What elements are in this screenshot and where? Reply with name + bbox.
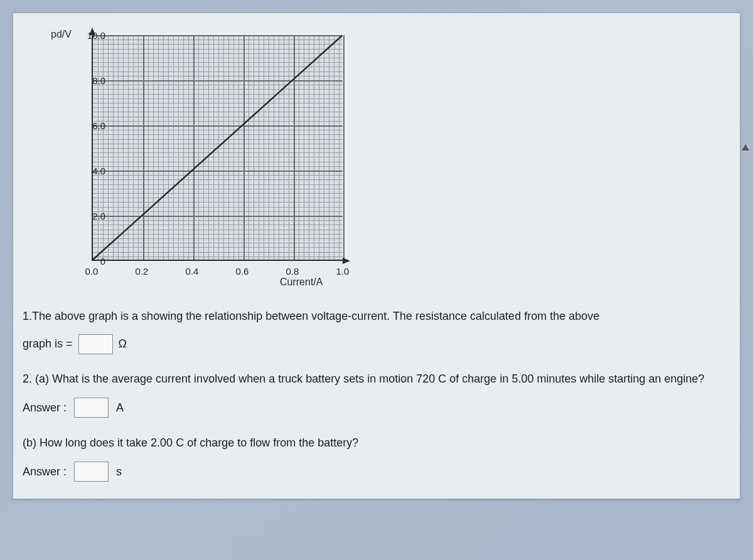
minor-grid [269, 35, 269, 260]
xtick-label: 0.6 [236, 266, 249, 277]
minor-grid [93, 198, 343, 198]
minor-grid [238, 35, 239, 260]
minor-grid [93, 152, 343, 153]
minor-grid [128, 35, 129, 260]
chart-plot-area [92, 35, 343, 261]
minor-grid [158, 35, 159, 260]
scroll-up-icon[interactable] [742, 144, 749, 151]
vi-chart: pd/V [48, 29, 361, 292]
major-grid [93, 35, 343, 36]
minor-grid [103, 35, 104, 260]
minor-grid [93, 189, 343, 189]
minor-grid [93, 175, 343, 176]
resistance-input[interactable] [78, 334, 113, 354]
question-1: 1.The above graph is a showing the relat… [23, 305, 730, 355]
minor-grid [324, 35, 324, 260]
minor-grid [168, 35, 169, 260]
major-grid [243, 35, 245, 260]
major-grid [143, 35, 144, 260]
minor-grid [188, 35, 189, 260]
minor-grid [113, 35, 114, 260]
minor-grid [218, 35, 219, 260]
minor-grid [93, 162, 343, 162]
minor-grid [93, 202, 343, 203]
major-grid [193, 35, 195, 260]
minor-grid [93, 112, 343, 112]
minor-grid [93, 184, 343, 185]
minor-grid [93, 220, 343, 221]
x-axis-arrow-icon [343, 258, 350, 264]
minor-grid [203, 35, 204, 260]
minor-grid [339, 35, 339, 260]
minor-grid [309, 35, 309, 260]
minor-grid [123, 35, 124, 260]
minor-grid [248, 35, 249, 260]
worksheet-container: pd/V [13, 13, 740, 499]
minor-grid [284, 35, 284, 260]
minor-grid [274, 35, 274, 260]
ytick-label: 0 [100, 256, 105, 267]
minor-grid [93, 53, 343, 54]
current-input[interactable] [74, 398, 109, 418]
question-1-text-a: 1.The above graph is a showing the relat… [23, 305, 730, 327]
data-line [93, 35, 343, 260]
question-2a-text: 2. (a) What is the average current invol… [23, 367, 730, 390]
minor-grid [93, 207, 343, 208]
minor-grid [108, 35, 109, 260]
major-grid [93, 216, 343, 217]
minor-grid [93, 193, 343, 194]
ytick-label: 4.0 [92, 166, 105, 176]
minor-grid [93, 256, 343, 257]
minor-grid [163, 35, 164, 260]
minor-grid [93, 107, 343, 108]
minor-grid [93, 71, 343, 72]
minor-grid [93, 62, 343, 63]
minor-grid [304, 35, 304, 260]
ytick-label: 10.0 [87, 30, 105, 41]
major-grid [294, 35, 295, 260]
ytick-label: 8.0 [92, 75, 105, 86]
minor-grid [93, 94, 343, 95]
ytick-label: 6.0 [92, 120, 105, 131]
xtick-label: 0.2 [136, 266, 149, 277]
minor-grid [259, 35, 259, 260]
minor-grid [93, 117, 343, 117]
question-2a: 2. (a) What is the average current invol… [23, 367, 730, 419]
minor-grid [93, 157, 343, 157]
major-grid [93, 80, 343, 82]
answer-label-2a: Answer : [23, 396, 67, 419]
minor-grid [93, 134, 343, 135]
x-axis-label: Current/A [280, 277, 355, 291]
minor-grid [233, 35, 234, 260]
minor-grid [178, 35, 179, 260]
minor-grid [264, 35, 264, 260]
resistance-unit: Ω [119, 337, 127, 350]
minor-grid [93, 166, 343, 167]
minor-grid [93, 144, 343, 144]
y-axis-label: pd/V [51, 29, 72, 40]
xtick-label: 1.0 [336, 266, 350, 277]
minor-grid [93, 76, 343, 77]
xtick-label: 0.4 [186, 266, 199, 277]
time-unit: s [116, 460, 122, 483]
minor-grid [148, 35, 149, 260]
minor-grid [93, 85, 343, 85]
current-unit: A [116, 396, 124, 419]
xtick-label: 0.0 [85, 266, 99, 277]
question-1-text-b: graph is = [23, 337, 73, 350]
minor-grid [93, 243, 343, 243]
minor-grid [334, 35, 334, 260]
minor-grid [198, 35, 199, 260]
minor-grid [93, 40, 343, 40]
question-2b: (b) How long does it take 2.00 C of char… [23, 431, 730, 483]
minor-grid [118, 35, 119, 260]
time-input[interactable] [74, 462, 109, 482]
minor-grid [213, 35, 214, 260]
answer-label-2b: Answer : [23, 460, 67, 483]
minor-grid [208, 35, 209, 260]
minor-grid [93, 121, 343, 122]
minor-grid [133, 35, 134, 260]
minor-grid [98, 35, 99, 260]
minor-grid [93, 148, 343, 149]
minor-grid [223, 35, 224, 260]
